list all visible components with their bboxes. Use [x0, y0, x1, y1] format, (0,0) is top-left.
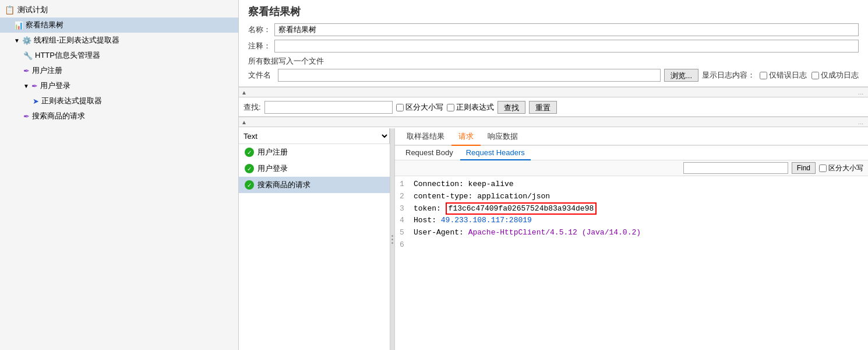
comment-row: 注释：: [248, 40, 859, 52]
case-sensitive-label[interactable]: 区分大小写: [396, 102, 443, 113]
regex-checkbox[interactable]: [447, 104, 454, 111]
pen2-icon: ✒: [31, 82, 38, 90]
find-bar: Find 区分大小写: [395, 160, 868, 176]
up-arrow-icon: ▲: [239, 89, 249, 96]
search-input[interactable]: [264, 101, 393, 114]
sample-item-user-login[interactable]: ✓ 用户登录: [239, 160, 390, 177]
dots1: ...: [858, 89, 868, 96]
sidebar-item-http-header[interactable]: 🔧 HTTP信息头管理器: [0, 48, 238, 63]
dots2: ...: [858, 118, 868, 125]
search-row: 查找: 区分大小写 正则表达式 查找 重置: [239, 99, 868, 117]
find-in-code-button[interactable]: Find: [792, 162, 816, 174]
sidebar-item-regex-extractor[interactable]: ➤ 正则表达式提取器: [0, 93, 238, 108]
find-button[interactable]: 查找: [497, 101, 525, 114]
wrench-icon: 🔧: [23, 51, 33, 60]
collapse-arrow-icon: ▼: [23, 83, 29, 89]
sidebar-item-view-result-tree[interactable]: 📊 察看结果树: [0, 18, 238, 33]
file-row: 文件名 浏览... 显示日志内容： 仅错误日志 仅成功日志: [248, 69, 859, 82]
only-success-checkbox[interactable]: [811, 72, 819, 79]
expand-arrow-icon: ▼: [14, 37, 20, 44]
display-log-row: 显示日志内容： 仅错误日志 仅成功日志: [702, 70, 859, 80]
code-line-5: 5 User-Agent: Apache-HttpClient/4.5.12 (…: [400, 227, 863, 239]
filename-label: 文件名: [248, 70, 274, 80]
only-error-label[interactable]: 仅错误日志: [760, 70, 807, 80]
sub-tab-request-headers[interactable]: Request Headers: [460, 146, 531, 160]
code-line-2: 2 content-type: application/json: [400, 191, 863, 203]
name-input[interactable]: [274, 23, 859, 36]
sidebar-item-test-plan[interactable]: 📋 测试计划: [0, 2, 238, 18]
code-line-1: 1 Connection: keep-alive: [400, 178, 863, 191]
left-panel: Text XML HTML JSON ✓ 用户注册 ✓ 用户登录 ✓ 搜索商品的…: [239, 128, 390, 350]
code-area: 1 Connection: keep-alive 2 content-type:…: [395, 176, 868, 350]
dropdown-row: Text XML HTML JSON: [239, 128, 390, 144]
right-panel: 取样器结果 请求 响应数据 Request Body Request Heade…: [395, 128, 868, 350]
code-line-3: 3 token: f13c6c47409fa02657524b83a934de9…: [400, 203, 863, 215]
filename-input[interactable]: [278, 69, 661, 82]
page-title: 察看结果树: [248, 5, 859, 19]
arrow-right-icon: ➤: [33, 97, 39, 106]
tab-sampler-result[interactable]: 取样器结果: [400, 128, 451, 146]
find-case-sensitive-label[interactable]: 区分大小写: [819, 163, 863, 173]
main-tabs: 取样器结果 请求 响应数据: [395, 128, 868, 146]
pen3-icon: ✒: [23, 112, 30, 121]
content-body: Text XML HTML JSON ✓ 用户注册 ✓ 用户登录 ✓ 搜索商品的…: [239, 128, 868, 350]
sidebar-item-user-login[interactable]: ▼ ✒ 用户登录: [0, 78, 238, 93]
comment-input[interactable]: [274, 40, 859, 52]
format-dropdown[interactable]: Text XML HTML JSON: [239, 128, 390, 144]
clipboard-icon: 📋: [5, 5, 15, 15]
divider-top: ▲ ...: [239, 87, 868, 97]
sidebar-item-thread-group[interactable]: ▼ ⚙️ 线程组-正则表达式提取器: [0, 33, 238, 48]
display-log-label: 显示日志内容：: [702, 70, 755, 80]
comment-label: 注释：: [248, 41, 274, 51]
pen-icon: ✒: [23, 66, 30, 75]
sub-tab-request-body[interactable]: Request Body: [400, 146, 459, 160]
sidebar-item-user-register[interactable]: ✒ 用户注册: [0, 63, 238, 78]
browse-button[interactable]: 浏览...: [664, 69, 698, 82]
sample-item-user-register[interactable]: ✓ 用户注册: [239, 144, 390, 160]
code-line-4: 4 Host: 49.233.108.117:28019: [400, 215, 863, 227]
sub-tabs: Request Body Request Headers: [395, 146, 868, 160]
sample-list: ✓ 用户注册 ✓ 用户登录 ✓ 搜索商品的请求: [239, 144, 390, 350]
tab-request[interactable]: 请求: [451, 128, 481, 146]
vertical-drag-handle[interactable]: [390, 128, 395, 350]
case-sensitive-checkbox[interactable]: [396, 104, 404, 111]
sidebar: 📋 测试计划 📊 察看结果树 ▼ ⚙️ 线程组-正则表达式提取器 🔧 HTTP信…: [0, 0, 239, 350]
status-success-icon3: ✓: [245, 180, 254, 190]
gear-icon: ⚙️: [22, 36, 31, 45]
find-case-sensitive-checkbox[interactable]: [819, 164, 827, 172]
sidebar-item-search-product[interactable]: ✒ 搜索商品的请求: [0, 108, 238, 124]
sample-item-search-product[interactable]: ✓ 搜索商品的请求: [239, 177, 390, 193]
main-header: 察看结果树 名称： 注释： 所有数据写入一个文件 文件名 浏览... 显示日志内…: [239, 0, 868, 87]
status-success-icon2: ✓: [245, 164, 254, 173]
name-row: 名称：: [248, 23, 859, 36]
search-label: 查找:: [244, 102, 261, 113]
reset-button[interactable]: 重置: [529, 101, 557, 114]
token-value: f13c6c47409fa02657524b83a934de98: [446, 202, 597, 215]
status-success-icon: ✓: [245, 148, 254, 157]
only-success-label[interactable]: 仅成功日志: [811, 70, 859, 80]
name-label: 名称：: [248, 24, 274, 35]
find-input[interactable]: [683, 162, 788, 174]
code-line-6: 6: [400, 239, 863, 251]
only-error-checkbox[interactable]: [760, 72, 767, 79]
tab-response-data[interactable]: 响应数据: [481, 128, 525, 146]
main-content: 察看结果树 名称： 注释： 所有数据写入一个文件 文件名 浏览... 显示日志内…: [239, 0, 868, 350]
write-all-data-label: 所有数据写入一个文件: [248, 56, 859, 66]
regex-label[interactable]: 正则表达式: [447, 102, 494, 113]
divider-bottom: ▲ ...: [239, 117, 868, 127]
chart-icon: 📊: [14, 21, 23, 30]
up-arrow2-icon: ▲: [239, 119, 249, 125]
